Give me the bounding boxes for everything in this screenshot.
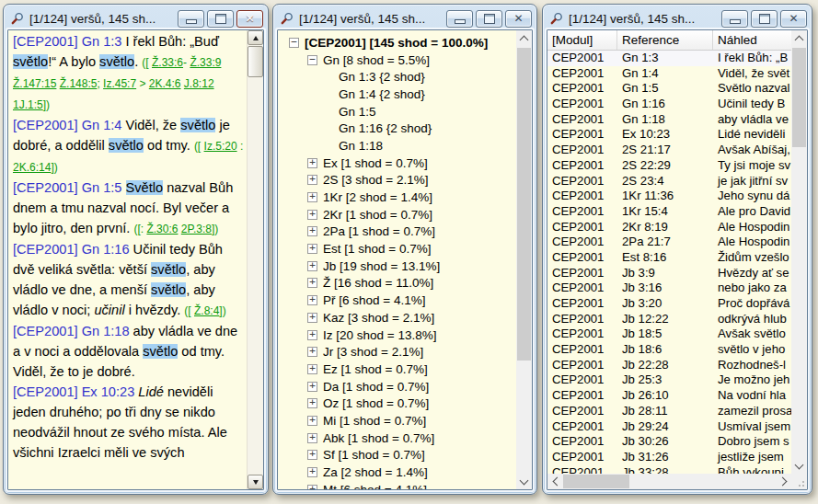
- table-row[interactable]: CEP2001Jb 18:6světlo v jeho: [547, 342, 791, 358]
- table-row[interactable]: CEP2001Jb 3:16nebo jako za: [547, 281, 791, 296]
- restore-button[interactable]: [476, 10, 502, 28]
- tree-node[interactable]: +Za [2 shod = 1.4%]: [278, 464, 516, 481]
- collapse-icon[interactable]: −: [307, 55, 317, 65]
- tree-node[interactable]: Gn 1:18: [278, 137, 516, 155]
- tree-node[interactable]: +2S [3 shod = 2.1%]: [278, 172, 516, 189]
- scrollbar-thumb[interactable]: [792, 48, 806, 147]
- expand-icon[interactable]: +: [307, 226, 317, 236]
- tree-node[interactable]: +2Pa [1 shod = 0.7%]: [278, 223, 516, 241]
- scroll-up-button[interactable]: [516, 30, 532, 46]
- resize-grip[interactable]: [791, 474, 807, 489]
- scroll-down-button[interactable]: [791, 458, 807, 474]
- table-row[interactable]: CEP2001Jb 31:26jestliže jsem: [547, 450, 791, 465]
- close-button[interactable]: ✕: [780, 10, 807, 28]
- tree-node[interactable]: +Př [6 shod = 4.1%]: [278, 292, 516, 309]
- crossref-link[interactable]: Ž.8:4: [194, 304, 219, 317]
- minimize-button[interactable]: [446, 10, 473, 28]
- scroll-down-button[interactable]: [516, 474, 532, 489]
- crossref-link[interactable]: Iz.5:20: [204, 140, 237, 153]
- expand-icon[interactable]: +: [307, 244, 317, 254]
- expand-icon[interactable]: +: [307, 485, 317, 489]
- table-row[interactable]: CEP2001Jb 3:9Hvězdy ať se: [547, 266, 791, 281]
- table-row[interactable]: CEP2001Gn 1:5Světlo nazval: [547, 81, 791, 97]
- table-row[interactable]: CEP2001Ex 10:23Lidé neviděli: [547, 127, 791, 143]
- table-row[interactable]: CEP2001Gn 1:3I řekl Bůh: „B: [547, 51, 791, 66]
- restore-button[interactable]: [751, 10, 778, 28]
- tree-node[interactable]: Gn 1:4 {2 shod}: [278, 86, 516, 103]
- tree-node[interactable]: +Mi [1 shod = 0.7%]: [278, 412, 516, 430]
- tree-node[interactable]: +Ez [1 shod = 0.7%]: [278, 361, 516, 378]
- collapse-icon[interactable]: −: [289, 38, 299, 48]
- expand-icon[interactable]: +: [307, 467, 317, 477]
- crossref-link[interactable]: Iz.45:7: [103, 77, 136, 90]
- table-row[interactable]: CEP2001Jb 22:28Rozhodneš-l: [547, 358, 791, 373]
- table-row[interactable]: CEP2001Jb 3:20Proč dopřává: [547, 296, 791, 312]
- scrollbar-track[interactable]: [791, 46, 807, 458]
- scroll-right-button[interactable]: [776, 474, 791, 489]
- table-row[interactable]: CEP20012S 23:4je jak jitřní sv: [547, 174, 791, 189]
- scrollbar-track[interactable]: [248, 77, 263, 475]
- column-header-modul[interactable]: [Modul]: [547, 30, 617, 50]
- expand-icon[interactable]: +: [307, 398, 317, 408]
- table-row[interactable]: CEP2001Jb 18:5Avšak světlo: [547, 326, 791, 342]
- tree-node[interactable]: +Est [1 shod = 0.7%]: [278, 240, 516, 258]
- vertical-scrollbar[interactable]: [516, 30, 532, 489]
- tree-node[interactable]: +Iz [20 shod = 13.8%]: [278, 326, 516, 344]
- tree-node[interactable]: +2Kr [1 shod = 0.7%]: [278, 206, 516, 223]
- expand-icon[interactable]: +: [307, 433, 317, 443]
- table-row[interactable]: CEP2001Gn 1:18aby vládla ve: [547, 112, 791, 128]
- table-row[interactable]: CEP2001Jb 28:11zamezil prosa: [547, 404, 791, 419]
- table-row[interactable]: CEP20012S 21:17Avšak Abíšaj,: [547, 143, 791, 158]
- scrollbar-thumb[interactable]: [563, 475, 629, 488]
- expand-icon[interactable]: +: [307, 278, 317, 288]
- expand-icon[interactable]: +: [307, 210, 317, 220]
- scrollbar-thumb[interactable]: [517, 48, 531, 361]
- tree-node[interactable]: Gn 1:5: [278, 103, 516, 120]
- table-row[interactable]: CEP2001Jb 12:22odkrývá hlub: [547, 312, 791, 327]
- crossref-link[interactable]: Ž.147:15: [13, 77, 56, 90]
- crossref-link[interactable]: J.8:12: [184, 77, 214, 90]
- tree-node[interactable]: −[CEP2001] [145 shod = 100.0%]: [278, 34, 516, 52]
- crossref-link[interactable]: Ž.33:6: [152, 56, 183, 69]
- expand-icon[interactable]: +: [307, 158, 317, 168]
- expand-icon[interactable]: +: [307, 313, 317, 323]
- expand-icon[interactable]: +: [307, 416, 317, 426]
- crossref-link[interactable]: 2K.6:14: [13, 161, 51, 174]
- tree-node[interactable]: +Mt [6 shod = 4.1%]: [278, 481, 516, 489]
- column-header-nahled[interactable]: Náhled: [713, 30, 791, 50]
- table-row[interactable]: CEP20011Kr 11:36Jeho synu dá: [547, 189, 791, 204]
- minimize-button[interactable]: [178, 10, 204, 28]
- vertical-scrollbar[interactable]: [791, 30, 807, 474]
- table-row[interactable]: CEP2001Jb 33:28Bůh vykoupi: [547, 465, 791, 474]
- scroll-down-button[interactable]: [248, 475, 263, 489]
- expand-icon[interactable]: +: [307, 261, 317, 271]
- tree-node[interactable]: +Oz [1 shod = 0.7%]: [278, 395, 516, 412]
- table-row[interactable]: CEP2001Est 8:16Židům vzešlo: [547, 250, 791, 266]
- crossref-link[interactable]: 2K.4:6: [149, 77, 181, 90]
- tree-node[interactable]: +Kaz [3 shod = 2.1%]: [278, 309, 516, 326]
- table-row[interactable]: CEP2001Gn 1:4Viděl, že svět: [547, 66, 791, 82]
- tree-node[interactable]: +Ž [16 shod = 11.0%]: [278, 275, 516, 292]
- tree-node[interactable]: +Jr [3 shod = 2.1%]: [278, 343, 516, 361]
- table-row[interactable]: CEP2001Gn 1:16Učinil tedy B: [547, 97, 791, 112]
- horizontal-scrollbar[interactable]: [547, 474, 791, 489]
- titlebar[interactable]: [1/124] veršů, 145 sh... ✕: [273, 5, 536, 29]
- table-row[interactable]: CEP20012S 22:29Ty jsi moje sv: [547, 158, 791, 174]
- crossref-link[interactable]: Ž.33:9: [190, 56, 221, 69]
- tree-node[interactable]: +Abk [1 shod = 0.7%]: [278, 430, 516, 447]
- tree-node[interactable]: Gn 1:16 {2 shod}: [278, 120, 516, 137]
- table-row[interactable]: CEP2001Jb 25:3Je možno jeh: [547, 372, 791, 388]
- column-header-reference[interactable]: Reference: [617, 30, 713, 50]
- tree-node[interactable]: +Ex [1 shod = 0.7%]: [278, 155, 516, 172]
- table-row[interactable]: CEP2001Jb 29:24Usmíval jsem: [547, 419, 791, 435]
- restore-button[interactable]: [207, 10, 234, 28]
- expand-icon[interactable]: +: [307, 192, 317, 202]
- scroll-left-button[interactable]: [547, 474, 563, 489]
- scroll-up-button[interactable]: [248, 30, 263, 45]
- table-row[interactable]: CEP20011Kr 15:4Ale pro David: [547, 204, 791, 220]
- tree-node[interactable]: +1Kr [2 shod = 1.4%]: [278, 189, 516, 206]
- tree-node[interactable]: +Jb [19 shod = 13.1%]: [278, 258, 516, 275]
- table-row[interactable]: CEP20012Kr 8:19Ale Hospodin: [547, 220, 791, 235]
- crossref-link[interactable]: 1J.1:5: [13, 98, 43, 111]
- expand-icon[interactable]: +: [307, 330, 317, 340]
